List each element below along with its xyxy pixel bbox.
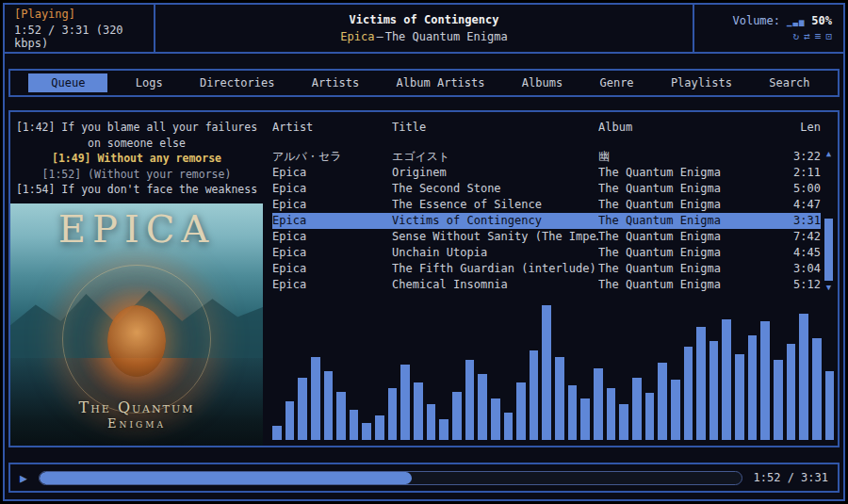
tab-playlists[interactable]: Playlists [661, 73, 742, 92]
cell-artist: Epica [272, 229, 392, 245]
visualizer-bar [774, 360, 783, 440]
cell-title: The Essence of Silence [392, 197, 598, 213]
visualizer-bar [414, 382, 423, 440]
track-row[interactable]: EpicaThe Fifth Guardian (interlude)The Q… [272, 261, 821, 277]
tab-search[interactable]: Search [759, 73, 819, 92]
cell-artist: Epica [272, 197, 392, 213]
track-row[interactable]: EpicaThe Second StoneThe Quantum Enigma5… [272, 181, 821, 197]
visualizer-bar [787, 344, 796, 440]
tab-album-artists[interactable]: Album Artists [387, 73, 495, 92]
cell-len: 4:47 [777, 197, 821, 213]
volume-row: Volume: ▁▃▅ 50% [732, 14, 832, 27]
visualizer-bar [336, 392, 346, 440]
tab-albums[interactable]: Albums [513, 73, 572, 92]
volume-panel: Volume: ▁▃▅ 50% ↻ ⇄ ≡ ⊡ [693, 5, 843, 52]
shuffle-icon[interactable]: ⇄ [804, 30, 810, 42]
cell-title: Sense Without Sanity (The Impe… [392, 229, 598, 245]
repeat-icon[interactable]: ↻ [793, 30, 800, 42]
cell-title: Chemical Insomnia [392, 277, 598, 293]
left-panel: [1:42] If you blame all your failureson … [10, 112, 263, 446]
cell-len: 4:45 [777, 245, 821, 261]
track-row[interactable]: EpicaChemical InsomniaThe Quantum Enigma… [272, 277, 821, 293]
track-row[interactable]: EpicaVictims of ContingencyThe Quantum E… [272, 213, 821, 229]
lyrics-panel: [1:42] If you blame all your failureson … [10, 112, 263, 202]
cell-album: The Quantum Enigma [598, 261, 777, 277]
subtitle-separator: – [374, 30, 384, 43]
playback-status: [Playing] [14, 8, 144, 21]
volume-label: Volume: [732, 14, 780, 27]
now-playing-title: Victims of Contingency [350, 13, 499, 26]
visualizer-bar [388, 388, 398, 440]
cell-len: 3:31 [777, 213, 821, 229]
visualizer-bar [555, 357, 564, 440]
column-header-len[interactable]: Len [777, 120, 821, 136]
lyric-line: [1:42] If you blame all your failures [12, 120, 261, 136]
playback-status-panel: [Playing] 1:52 / 3:31 (320 kbps) [5, 5, 155, 52]
cell-album: The Quantum Enigma [598, 213, 777, 229]
cell-len: 2:11 [777, 165, 821, 181]
visualizer-bar [465, 360, 475, 440]
cell-artist: Epica [272, 261, 392, 277]
visualizer-bar [542, 305, 551, 440]
tab-logs[interactable]: Logs [126, 73, 172, 92]
visualizer-bar [298, 378, 307, 440]
music-player-window: [Playing] 1:52 / 3:31 (320 kbps) Victims… [3, 3, 845, 501]
visualizer-bar [580, 398, 590, 440]
scroll-down-icon[interactable]: ▼ [826, 283, 831, 292]
track-row[interactable]: EpicaSense Without Sanity (The Impe…The … [272, 229, 821, 245]
tab-genre[interactable]: Genre [590, 73, 643, 92]
now-playing-panel: Victims of Contingency Epica–The Quantum… [155, 5, 693, 52]
cell-album: The Quantum Enigma [598, 197, 777, 213]
cell-title: The Fifth Guardian (interlude) [392, 261, 598, 277]
visualizer-bar [709, 341, 719, 440]
visualizer-bar [311, 357, 320, 440]
track-row[interactable]: EpicaUnchain UtopiaThe Quantum Enigma4:4… [272, 245, 821, 261]
column-header-artist[interactable]: Artist [272, 120, 392, 136]
cell-artist: Epica [272, 165, 392, 181]
track-row[interactable]: アルバ・セラエゴイスト幽3:22 [272, 149, 821, 165]
scroll-up-icon[interactable]: ▲ [826, 149, 831, 158]
visualizer-bar [812, 338, 822, 440]
tab-directories[interactable]: Directories [190, 73, 284, 92]
progress-bar[interactable] [39, 471, 742, 485]
visualizer-bar [825, 371, 835, 440]
album-art-album-title: The Quantum Enigma [10, 398, 263, 431]
visualizer-bar [684, 347, 693, 440]
cell-title: The Second Stone [392, 181, 598, 197]
play-icon[interactable]: ▶ [20, 471, 27, 485]
playback-control-icons: ↻ ⇄ ≡ ⊡ [793, 30, 833, 42]
scrollbar-track[interactable] [824, 158, 833, 283]
tracklist-header: ArtistTitleAlbumLen [272, 120, 838, 136]
visualizer-bar [658, 363, 667, 440]
visualizer-bar [375, 415, 384, 440]
visualizer-bar [735, 354, 744, 440]
visualizer-bar [594, 368, 603, 440]
column-header-title[interactable]: Title [392, 120, 598, 136]
tracklist-scrollbar[interactable]: ▲ ▼ [823, 149, 835, 292]
visualizer-bar [619, 404, 628, 440]
now-playing-album: The Quantum Enigma [385, 30, 508, 43]
tab-artists[interactable]: Artists [302, 73, 369, 92]
cell-len: 5:12 [777, 277, 821, 293]
visualizer-bar [427, 404, 436, 440]
column-header-album[interactable]: Album [598, 120, 777, 136]
cell-artist: Epica [272, 245, 392, 261]
scrollbar-thumb[interactable] [824, 219, 833, 281]
visualizer-bar [760, 321, 770, 440]
tab-queue[interactable]: Queue [28, 73, 107, 92]
progress-fill [40, 472, 412, 484]
tab-bar: QueueLogsDirectoriesArtistsAlbum Artists… [8, 69, 840, 97]
cell-artist: アルバ・セラ [272, 149, 392, 165]
cell-len: 7:42 [777, 229, 821, 245]
cell-album: The Quantum Enigma [598, 181, 777, 197]
visualizer-bar [324, 371, 334, 440]
visualizer-bar [722, 319, 731, 440]
main-panel: [1:42] If you blame all your failureson … [8, 110, 840, 447]
equalizer-icon[interactable]: ≡ [815, 30, 822, 42]
volume-icon[interactable]: ▁▃▅ [787, 17, 805, 26]
track-row[interactable]: EpicaOriginemThe Quantum Enigma2:11 [272, 165, 821, 181]
visualizer-bar [530, 350, 539, 440]
minimize-icon[interactable]: ⊡ [825, 30, 832, 42]
track-row[interactable]: EpicaThe Essence of SilenceThe Quantum E… [272, 197, 821, 213]
visualizer-bar [799, 314, 808, 440]
